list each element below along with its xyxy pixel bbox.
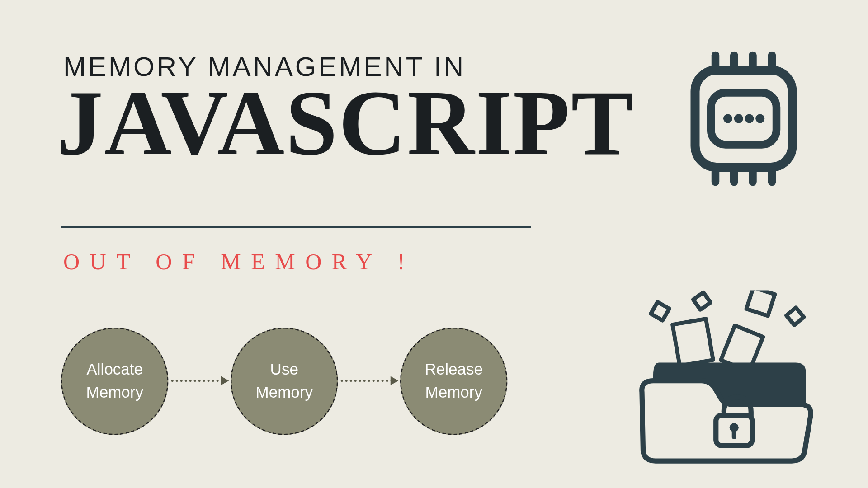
svg-rect-15 [693,292,710,310]
svg-rect-9 [711,93,777,145]
flow-node-release: ReleaseMemory [400,328,508,435]
divider [61,226,531,228]
svg-point-12 [745,114,754,123]
flow-node-allocate: AllocateMemory [61,328,169,435]
svg-rect-16 [746,291,775,316]
alert-text: OUT OF MEMORY ! [63,249,415,275]
svg-point-10 [723,114,732,123]
svg-rect-22 [732,430,736,439]
svg-point-13 [755,114,764,123]
unlocked-folder-icon [637,291,823,466]
svg-rect-17 [786,308,804,325]
svg-rect-14 [651,302,670,320]
svg-point-11 [734,114,743,123]
flow-arrow-icon [171,380,228,383]
flow-node-label: ReleaseMemory [425,358,483,404]
flow-node-use: UseMemory [231,328,338,435]
page-title: JAVASCRIPT [57,76,634,169]
flow-arrow-icon [341,380,397,383]
flow-node-label: UseMemory [256,358,313,404]
svg-rect-18 [673,319,713,366]
flow-node-label: AllocateMemory [86,358,143,404]
memory-chip-icon [676,51,811,187]
memory-lifecycle-flow: AllocateMemory UseMemory ReleaseMemory [61,316,524,446]
